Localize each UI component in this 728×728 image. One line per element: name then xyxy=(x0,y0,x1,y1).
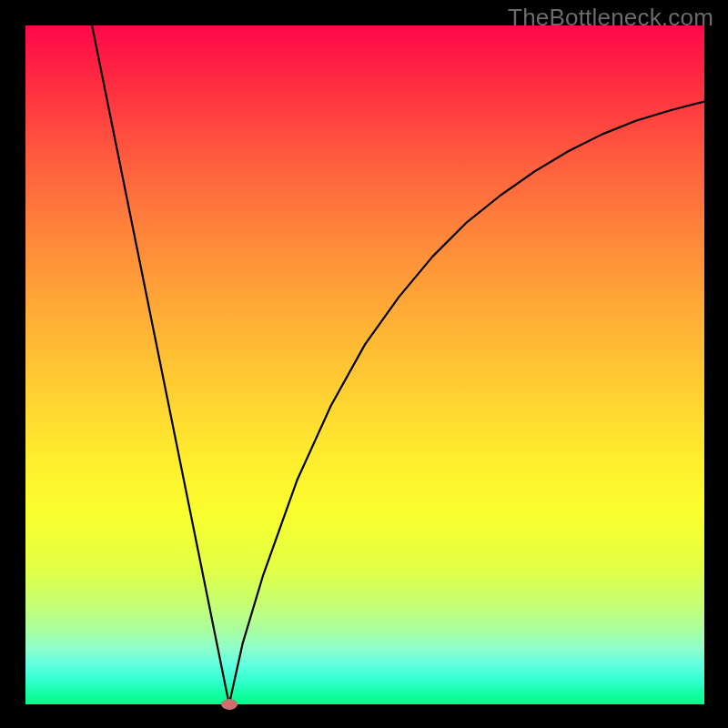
minimum-marker xyxy=(221,699,238,710)
bottleneck-curve xyxy=(25,25,704,704)
plot-area xyxy=(25,25,704,704)
chart-frame: TheBottleneck.com xyxy=(0,0,728,728)
